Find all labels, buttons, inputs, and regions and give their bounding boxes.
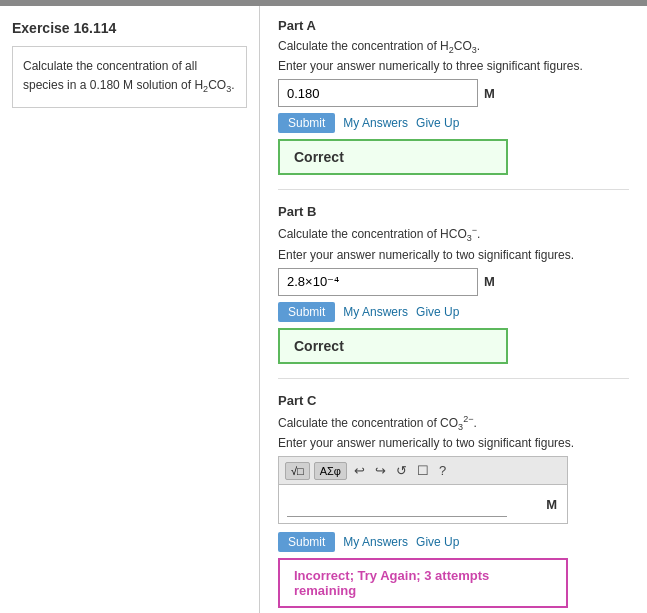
part-c-give-up-button[interactable]: Give Up xyxy=(416,535,459,549)
toolbar-asigmaphi-btn[interactable]: AΣφ xyxy=(314,462,347,480)
part-b-instruction: Enter your answer numerically to two sig… xyxy=(278,248,629,262)
part-c-unit: M xyxy=(546,497,557,512)
part-b-question: Calculate the concentration of HCO3−. xyxy=(278,225,629,243)
exercise-title: Exercise 16.114 xyxy=(12,20,247,36)
toolbar-refresh-icon[interactable]: ↺ xyxy=(393,461,410,480)
part-b-input[interactable] xyxy=(278,268,478,296)
part-c-section: Part C Calculate the concentration of CO… xyxy=(278,393,629,613)
part-b-answer-row: M xyxy=(278,268,629,296)
part-c-my-answers-button[interactable]: My Answers xyxy=(343,535,408,549)
toolbar-help-icon[interactable]: ? xyxy=(436,461,449,480)
part-b-my-answers-button[interactable]: My Answers xyxy=(343,305,408,319)
part-c-input-area: M xyxy=(278,484,568,524)
toolbar-keyboard-icon[interactable]: ☐ xyxy=(414,461,432,480)
main-content: Part A Calculate the concentration of H2… xyxy=(260,6,647,613)
part-a-btn-row: Submit My Answers Give Up xyxy=(278,113,629,133)
math-toolbar: √□ AΣφ ↩ ↪ ↺ ☐ ? xyxy=(278,456,568,484)
part-b-unit: M xyxy=(484,274,495,289)
part-c-btn-row: Submit My Answers Give Up xyxy=(278,532,629,552)
part-c-input[interactable] xyxy=(287,491,507,517)
exercise-description-text: Calculate the concentration of all speci… xyxy=(23,59,234,92)
part-a-instruction: Enter your answer numerically to three s… xyxy=(278,59,629,73)
part-c-question: Calculate the concentration of CO32−. xyxy=(278,414,629,432)
part-b-label: Part B xyxy=(278,204,629,219)
part-b-section: Part B Calculate the concentration of HC… xyxy=(278,204,629,378)
part-a-label: Part A xyxy=(278,18,629,33)
part-a-unit: M xyxy=(484,86,495,101)
part-c-submit-button[interactable]: Submit xyxy=(278,532,335,552)
part-c-instruction: Enter your answer numerically to two sig… xyxy=(278,436,629,450)
part-c-label: Part C xyxy=(278,393,629,408)
toolbar-sqrt-btn[interactable]: √□ xyxy=(285,462,310,480)
sidebar: Exercise 16.114 Calculate the concentrat… xyxy=(0,6,260,613)
part-b-give-up-button[interactable]: Give Up xyxy=(416,305,459,319)
part-a-result: Correct xyxy=(278,139,508,175)
part-c-result: Incorrect; Try Again; 3 attempts remaini… xyxy=(278,558,568,608)
part-a-my-answers-button[interactable]: My Answers xyxy=(343,116,408,130)
exercise-description: Calculate the concentration of all speci… xyxy=(12,46,247,108)
part-a-input[interactable] xyxy=(278,79,478,107)
toolbar-redo-icon[interactable]: ↪ xyxy=(372,461,389,480)
toolbar-undo-icon[interactable]: ↩ xyxy=(351,461,368,480)
part-b-btn-row: Submit My Answers Give Up xyxy=(278,302,629,322)
part-b-submit-button[interactable]: Submit xyxy=(278,302,335,322)
part-a-answer-row: M xyxy=(278,79,629,107)
part-b-result: Correct xyxy=(278,328,508,364)
part-a-question: Calculate the concentration of H2CO3. xyxy=(278,39,629,55)
part-a-section: Part A Calculate the concentration of H2… xyxy=(278,18,629,190)
part-a-give-up-button[interactable]: Give Up xyxy=(416,116,459,130)
part-a-submit-button[interactable]: Submit xyxy=(278,113,335,133)
